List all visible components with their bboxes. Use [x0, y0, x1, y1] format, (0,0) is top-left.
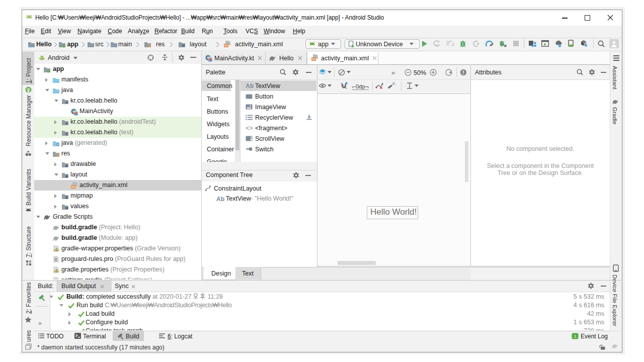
svg-text:A: A [435, 43, 438, 48]
svg-text:<>: <> [224, 44, 228, 47]
svg-text:1: 1 [574, 333, 577, 339]
